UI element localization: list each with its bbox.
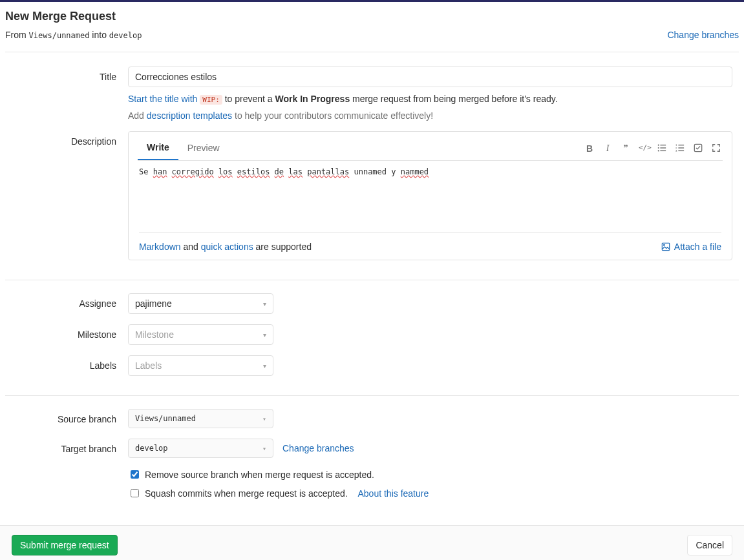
source-branch-dropdown[interactable]: Views/unnamed ▾	[128, 409, 273, 428]
task-list-icon[interactable]	[693, 143, 703, 154]
chevron-down-icon: ▾	[262, 415, 266, 422]
change-branches-inline-link[interactable]: Change branches	[282, 443, 354, 453]
description-templates-link[interactable]: description templates	[147, 110, 232, 121]
target-branch-label: Target branch	[5, 439, 128, 458]
cancel-button[interactable]: Cancel	[687, 535, 732, 555]
squash-commits-label: Squash commits when merge request is acc…	[145, 488, 348, 499]
milestone-label: Milestone	[5, 324, 128, 345]
wip-hint: Start the title with WIP: to prevent a W…	[128, 94, 732, 104]
chevron-down-icon: ▾	[263, 331, 266, 338]
title-label: Title	[5, 67, 128, 121]
target-branch-inline: develop	[109, 31, 142, 40]
bulleted-list-icon[interactable]	[657, 143, 667, 154]
branch-summary-row: From Views/unnamed into develop Change b…	[5, 30, 739, 52]
chevron-down-icon: ▾	[263, 300, 266, 307]
svg-point-0	[658, 144, 659, 145]
svg-rect-13	[662, 243, 669, 250]
quick-actions-link[interactable]: quick actions	[201, 242, 253, 252]
remove-source-branch-label: Remove source branch when merge request …	[145, 470, 374, 480]
description-label: Description	[5, 131, 128, 260]
code-icon[interactable]: </>	[639, 143, 649, 154]
assignee-label: Assignee	[5, 293, 128, 314]
write-tab[interactable]: Write	[138, 137, 178, 160]
footer-bar: Submit merge request Cancel	[0, 525, 744, 560]
bold-icon[interactable]: B	[584, 143, 595, 154]
markdown-editor: Write Preview B I ” </> 123	[128, 131, 732, 260]
source-branch-inline: Views/unnamed	[29, 31, 90, 40]
svg-rect-5	[660, 150, 666, 150]
fullscreen-icon[interactable]	[711, 143, 721, 154]
labels-label: Labels	[5, 355, 128, 376]
svg-point-2	[658, 147, 659, 148]
wip-prefix-link[interactable]: Start the title with	[128, 94, 200, 104]
remove-source-branch-checkbox[interactable]	[131, 470, 139, 479]
squash-commits-checkbox[interactable]	[131, 489, 139, 497]
svg-rect-7	[678, 144, 684, 145]
template-hint: Add description templates to help your c…	[128, 110, 732, 121]
svg-rect-1	[660, 144, 666, 145]
svg-rect-3	[660, 147, 666, 148]
target-branch-dropdown[interactable]: develop ▾	[128, 439, 273, 458]
markdown-link[interactable]: Markdown	[139, 242, 181, 252]
milestone-dropdown[interactable]: Milestone ▾	[128, 324, 273, 345]
chevron-down-icon: ▾	[263, 362, 266, 369]
remove-source-branch-row[interactable]: Remove source branch when merge request …	[128, 468, 732, 481]
branch-summary: From Views/unnamed into develop	[5, 30, 142, 40]
squash-commits-row[interactable]: Squash commits when merge request is acc…	[128, 487, 732, 499]
quote-icon[interactable]: ”	[621, 143, 631, 154]
svg-rect-11	[678, 150, 684, 150]
labels-dropdown[interactable]: Labels ▾	[128, 355, 273, 376]
image-icon	[661, 242, 670, 251]
italic-icon[interactable]: I	[602, 143, 613, 154]
svg-point-14	[663, 245, 664, 246]
numbered-list-icon[interactable]: 123	[675, 143, 685, 154]
wip-tag: WIP:	[200, 95, 222, 105]
source-branch-label: Source branch	[5, 409, 128, 428]
title-input[interactable]	[128, 67, 732, 87]
about-feature-link[interactable]: About this feature	[358, 488, 429, 499]
chevron-down-icon: ▾	[262, 445, 266, 452]
markdown-help: Markdown and quick actions are supported	[139, 242, 312, 252]
page-title: New Merge Request	[5, 10, 739, 23]
assignee-dropdown[interactable]: pajimene ▾	[128, 293, 273, 314]
svg-rect-9	[678, 147, 684, 148]
change-branches-link[interactable]: Change branches	[667, 30, 739, 40]
attach-file-button[interactable]: Attach a file	[661, 242, 721, 252]
separator	[5, 395, 739, 396]
separator	[5, 280, 739, 280]
submit-button[interactable]: Submit merge request	[12, 535, 118, 555]
markdown-toolbar: B I ” </> 123	[584, 143, 723, 154]
description-textarea[interactable]: Se han corregido los estilos de las pant…	[139, 161, 721, 232]
svg-text:3: 3	[675, 149, 677, 152]
preview-tab[interactable]: Preview	[178, 138, 229, 160]
svg-point-4	[658, 150, 659, 151]
